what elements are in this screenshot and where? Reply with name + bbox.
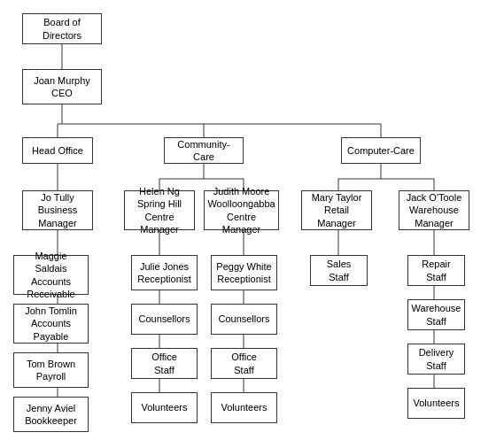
box-deliveryStaff: Delivery Staff <box>407 344 465 375</box>
box-repairStaff: Repair Staff <box>407 255 465 286</box>
box-ceo: Joan Murphy CEO <box>22 69 102 104</box>
box-maggie: Maggie Saldais Accounts Receivable <box>13 255 89 295</box>
box-volunteers3: Volunteers <box>407 388 465 419</box>
box-counsellors1: Counsellors <box>131 304 198 335</box>
box-maryTaylor: Mary Taylor Retail Manager <box>301 190 372 230</box>
box-communityCare: Community-Care <box>164 137 244 164</box>
org-chart: Board of DirectorsJoan Murphy CEOHead Of… <box>9 9 495 443</box>
box-board: Board of Directors <box>22 13 102 44</box>
box-jackOToole: Jack O'Toole Warehouse Manager <box>399 190 469 230</box>
box-officeStaff1: Office Staff <box>131 348 198 379</box>
box-jennyAviel: Jenny Aviel Bookkeeper <box>13 397 89 432</box>
box-tomBrown: Tom Brown Payroll <box>13 352 89 388</box>
box-judithMoore: Judith Moore Woolloongabba Centre Manage… <box>204 190 279 230</box>
box-warehouseStaff: Warehouse Staff <box>407 299 465 330</box>
box-headOffice: Head Office <box>22 137 93 164</box>
box-joTully: Jo Tully Business Manager <box>22 190 93 230</box>
box-volunteers1: Volunteers <box>131 392 198 423</box>
box-officeStaff2: Office Staff <box>211 348 277 379</box>
box-helenNg: Helen Ng Spring Hill Centre Manager <box>124 190 195 230</box>
box-salesStaff: Sales Staff <box>310 255 368 286</box>
box-volunteers2: Volunteers <box>211 392 277 423</box>
box-counsellors2: Counsellors <box>211 304 277 335</box>
box-johnTomlin: John Tomlin Accounts Payable <box>13 304 89 344</box>
box-peggyWhite: Peggy White Receptionist <box>211 255 277 290</box>
box-julieJones: Julie Jones Receptionist <box>131 255 198 290</box>
box-computerCare: Computer-Care <box>341 137 421 164</box>
